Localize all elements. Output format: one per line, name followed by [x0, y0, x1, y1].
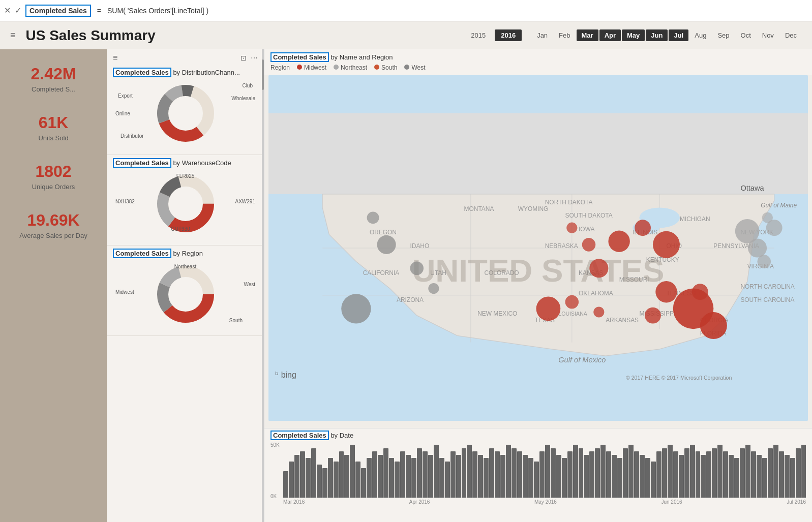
panel-menu-icon[interactable]: ≡ [113, 53, 117, 63]
bar-col [757, 455, 762, 498]
cancel-icon[interactable]: ✕ [4, 6, 11, 15]
map-copyright: © 2017 HERE © 2017 Microsoft Corporation [626, 375, 732, 381]
state-california: CALIFORNIA [363, 269, 400, 277]
bar-col [395, 462, 400, 498]
bar-col [656, 451, 661, 498]
bar-col [367, 458, 372, 498]
formula-text[interactable]: SUM( 'Sales Orders'[LineTotal] ) [107, 7, 208, 15]
bar-col [306, 458, 311, 498]
map-title-rest: by Name and Region [330, 53, 393, 61]
panel-more-icon[interactable]: ⋯ [251, 54, 258, 62]
bar-col [300, 451, 305, 498]
bar-col [623, 448, 628, 498]
year-2015-btn[interactable]: 2015 [465, 29, 492, 41]
legend-midwest: Midwest [297, 64, 326, 71]
confirm-icon[interactable]: ✓ [15, 6, 21, 15]
month-sep-btn[interactable]: Sep [712, 29, 734, 41]
map-header: Completed Sales by Name and Region Regio… [264, 49, 812, 75]
kpi-label-units: Units Sold [8, 134, 99, 142]
state-montana: MONTANA [464, 205, 494, 212]
month-feb-btn[interactable]: Feb [554, 29, 575, 41]
year-2016-btn[interactable]: 2016 [495, 29, 522, 41]
label-northeast: Northeast [174, 264, 196, 269]
state-idaho: IDAHO [410, 242, 430, 250]
bar-col [617, 458, 622, 498]
region-legend: Region Midwest Northeast South West [270, 64, 806, 71]
bar-col [595, 448, 600, 498]
panel-expand-icon[interactable]: ⊡ [240, 54, 247, 62]
chart-region: Completed Sales by Region Northeast West… [107, 245, 264, 336]
chart-distribution-title: Completed Sales by DistributionChann... [113, 69, 258, 76]
label-axw291: AXW291 [235, 199, 255, 204]
donut-distribution-svg [153, 80, 219, 146]
month-mar-btn[interactable]: Mar [577, 29, 598, 41]
month-may-btn[interactable]: May [622, 29, 645, 41]
bar-col [696, 451, 701, 498]
label-gut930: GUT930 [171, 226, 190, 232]
bar-col [434, 445, 439, 498]
state-michigan: MICHIGAN [680, 216, 710, 223]
bar-col [701, 455, 706, 498]
bubble-nc [692, 284, 708, 300]
bar-col [489, 448, 494, 498]
map-container[interactable]: OREGON CALIFORNIA IDAHO UTAH COLORADO NE… [268, 75, 808, 421]
bar-col [645, 458, 650, 498]
formula-bar: ✕ ✓ Completed Sales = SUM( 'Sales Orders… [0, 0, 812, 21]
donut-warehouse: FLR025 NXH382 AXW291 GUT930 [113, 171, 258, 237]
bubble-sd [566, 223, 577, 233]
month-dec-btn[interactable]: Dec [780, 29, 802, 41]
gulf-label: Gulf of Mexico [558, 356, 606, 364]
bar-col [517, 451, 522, 498]
label-south: South [229, 318, 243, 323]
hamburger-icon[interactable]: ≡ [10, 30, 16, 41]
state-la: LOUISIANA [558, 311, 588, 317]
bubble-washington [367, 211, 379, 224]
map-title-highlight: Completed Sales [270, 52, 329, 62]
label-distributor: Distributor [121, 133, 144, 139]
month-jun-btn[interactable]: Jun [646, 29, 668, 41]
month-nov-btn[interactable]: Nov [757, 29, 779, 41]
month-oct-btn[interactable]: Oct [736, 29, 756, 41]
month-aug-btn[interactable]: Aug [689, 29, 711, 41]
state-nc: NORTH CAROLINA [740, 283, 794, 290]
bar-col [428, 455, 433, 498]
kpi-value-orders: 1802 [8, 162, 99, 181]
bar-col [673, 451, 678, 498]
bar-col [790, 458, 795, 498]
bubble-tennessee [655, 281, 677, 302]
legend-west: West [404, 64, 425, 71]
bar-col [355, 462, 360, 498]
northeast-dot [334, 65, 339, 70]
bar-col [706, 451, 711, 498]
bar-col [773, 445, 778, 498]
month-jan-btn[interactable]: Jan [532, 29, 553, 41]
bar-col [383, 448, 388, 498]
kpi-units-sold: 61K Units Sold [8, 113, 99, 142]
chart-region-title: Completed Sales by Region [113, 250, 258, 257]
kpi-completed-sales: 2.42M Completed S... [8, 65, 99, 93]
map-title: Completed Sales by Name and Region [270, 53, 806, 61]
chart-region-highlight: Completed Sales [113, 249, 171, 258]
label-club: Club [242, 83, 253, 88]
bar-col [406, 455, 411, 498]
donut-region-svg [150, 261, 221, 327]
bar-col [628, 445, 634, 498]
bar-col [283, 471, 288, 498]
bar-col [745, 445, 750, 498]
chart-region-rest: by Region [173, 250, 203, 257]
bar-col [567, 451, 573, 498]
bar-col [528, 458, 533, 498]
bar-chart-title: Completed Sales by Date [270, 432, 806, 439]
scroll-thumb[interactable] [262, 59, 264, 90]
month-jul-btn[interactable]: Jul [669, 29, 688, 41]
month-apr-btn[interactable]: Apr [599, 29, 621, 41]
bar-col [762, 458, 767, 498]
kpi-value-sales: 2.42M [8, 65, 99, 83]
bubble-arkansas [593, 306, 604, 317]
field-name-input[interactable]: Completed Sales [25, 5, 91, 17]
bar-col [339, 451, 344, 498]
scroll-indicator[interactable] [262, 49, 264, 522]
chart-distribution-rest: by DistributionChann... [173, 69, 240, 76]
label-flr025: FLR025 [176, 173, 195, 179]
bar-col [389, 458, 394, 498]
